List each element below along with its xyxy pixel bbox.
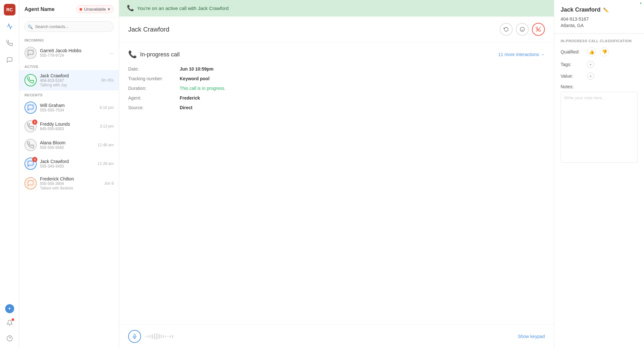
detail-row-duration: Duration: This call is in progress. <box>128 86 545 91</box>
more-interactions-link[interactable]: 11 more interactions → <box>498 52 545 57</box>
avatar-frederick <box>24 177 37 189</box>
call-details-grid: Date: Jun 10 10:59pm Tracking number: Ke… <box>128 66 545 110</box>
recent-contact-freddy[interactable]: 3 Freddy Lounds 845-555-8303 3:13 pm <box>19 117 119 136</box>
avatar-will <box>24 102 37 114</box>
nav-messages-icon[interactable] <box>4 54 15 66</box>
detail-row-date: Date: Jun 10 10:59pm <box>128 66 545 72</box>
contact-number: 845-555-8303 <box>40 127 97 131</box>
contact-time: 3m 45s <box>101 78 114 82</box>
notes-row: Notes: <box>561 84 638 163</box>
contact-meta: 6:10 pm <box>100 105 114 110</box>
qualified-label: Qualified: <box>561 49 583 54</box>
active-contact-jack[interactable]: Jack Crawford 404-913-5167 Talking with … <box>19 70 119 91</box>
separator: — <box>109 50 114 55</box>
nav-help-icon[interactable] <box>4 333 15 344</box>
contact-time: 3:13 pm <box>100 124 114 129</box>
tracking-label: Tracking number: <box>128 76 180 81</box>
contacts-header: Agent Name Unavailable ▾ <box>19 0 119 17</box>
recent-contact-alana[interactable]: Alana Bloom 555-555-5692 11:48 am <box>19 136 119 154</box>
wave-bar <box>165 336 166 337</box>
call-footer: Show keypad <box>119 324 554 348</box>
avatar-freddy: 3 <box>24 120 37 132</box>
status-badge[interactable]: Unavailable ▾ <box>76 5 114 13</box>
contact-number: 555-555-5692 <box>40 145 94 150</box>
waveform <box>145 333 514 340</box>
contact-badge: 4 <box>32 157 37 162</box>
smiley-button[interactable] <box>516 23 529 36</box>
contact-subtext: Talking with Jay <box>40 83 98 87</box>
notes-label: Notes: <box>561 84 583 89</box>
recent-contact-frederick[interactable]: Frederick Chilton 555-555-3904 Talked wi… <box>19 173 119 194</box>
edit-icon[interactable]: ✏️ <box>603 7 609 13</box>
notifications-icon[interactable] <box>4 317 15 329</box>
in-progress-header: 📞 In-progress call 11 more interactions … <box>128 50 545 59</box>
contact-name: Jack Crawford <box>40 159 94 164</box>
search-input[interactable] <box>24 21 114 32</box>
thumbs-up-button[interactable]: 👍 <box>587 47 596 56</box>
thumbs-down-button[interactable]: 👎 <box>600 47 609 56</box>
contact-number: 555-555-3904 <box>40 181 101 186</box>
wave-bar <box>147 335 148 337</box>
status-dot <box>80 8 82 11</box>
detail-row-tracking: Tracking number: Keyword pool <box>128 76 545 81</box>
contact-meta: 3:13 pm <box>100 124 114 129</box>
tracking-value: Keyword pool <box>180 76 210 81</box>
wave-bar <box>156 333 157 340</box>
contacts-list: INCOMING Garrett Jacob Hobbs 555-779-972… <box>19 36 119 348</box>
wave-bar <box>158 334 160 339</box>
main-content: 📞 You're on an active call with Jack Cra… <box>119 0 554 348</box>
recent-contact-will[interactable]: Will Graham 555-555-7534 6:10 pm <box>19 98 119 117</box>
avatar-garrett <box>24 47 37 59</box>
app-logo: RC <box>4 4 15 15</box>
contact-number: 555-343-3455 <box>40 164 94 169</box>
duration-value: This call is in progress. <box>180 86 225 91</box>
nav-calls-icon[interactable] <box>4 37 15 49</box>
notes-textarea[interactable] <box>561 92 638 163</box>
contact-meta: 3m 45s <box>101 78 114 82</box>
recents-section-label: RECENTS <box>19 91 119 98</box>
phone-icon: 📞 <box>127 5 134 12</box>
agent-value: Frederick <box>180 95 200 101</box>
end-call-button[interactable] <box>532 23 545 36</box>
source-label: Source: <box>128 105 180 110</box>
wave-bar <box>167 336 169 337</box>
nav-analytics-icon[interactable] <box>4 21 15 32</box>
agent-name-label: Agent Name <box>24 6 54 12</box>
value-label: Value: <box>561 73 583 79</box>
contact-time: 11:48 am <box>98 143 114 147</box>
contact-name: Freddy Lounds <box>40 121 97 127</box>
add-button[interactable]: + <box>5 304 14 313</box>
chevron-down-icon: ▾ <box>108 7 110 12</box>
right-panel: Jack Crawford ✏️ 404-913-5167 Atlanta, G… <box>554 0 644 348</box>
agent-label: Agent: <box>128 95 180 101</box>
contact-info-freddy: Freddy Lounds 845-555-8303 <box>40 121 97 131</box>
active-section-label: ACTIVE <box>19 62 119 70</box>
add-value-button[interactable]: + <box>587 72 594 80</box>
incoming-contact-garrett[interactable]: Garrett Jacob Hobbs 555-779-9724 — <box>19 44 119 62</box>
call-panel: Jack Crawford 📞 In-progress call 1 <box>119 16 554 348</box>
contact-detail-phone: 404-913-5167 <box>561 16 638 22</box>
recent-contact-jack[interactable]: 4 Jack Crawford 555-343-3455 11:28 am <box>19 154 119 173</box>
call-actions <box>500 23 545 36</box>
contact-info-alana: Alana Bloom 555-555-5692 <box>40 140 94 150</box>
refresh-button[interactable] <box>500 23 513 36</box>
contact-number: 555-555-7534 <box>40 108 97 112</box>
wave-bar <box>152 334 153 339</box>
contact-detail-name: Jack Crawford ✏️ <box>561 6 638 13</box>
show-keypad-link[interactable]: Show keypad <box>518 334 545 339</box>
incoming-section-label: INCOMING <box>19 36 119 44</box>
contact-name: Will Graham <box>40 103 97 108</box>
contact-meta: — <box>109 50 114 55</box>
date-label: Date: <box>128 66 180 72</box>
call-contact-name: Jack Crawford <box>128 26 169 33</box>
contact-detail-location: Atlanta, GA <box>561 23 638 28</box>
add-tag-button[interactable]: + <box>587 61 594 68</box>
classification-title: IN-PROGRESS CALL CLASSIFICATION <box>561 39 638 43</box>
contact-info-frederick: Frederick Chilton 555-555-3904 Talked wi… <box>40 176 101 190</box>
mic-button[interactable] <box>128 330 141 343</box>
detail-row-agent: Agent: Frederick <box>128 95 545 101</box>
contact-name: Frederick Chilton <box>40 176 101 181</box>
contact-name: Garrett Jacob Hobbs <box>40 48 106 53</box>
contact-badge: 3 <box>32 120 37 125</box>
contact-info-will: Will Graham 555-555-7534 <box>40 103 97 112</box>
